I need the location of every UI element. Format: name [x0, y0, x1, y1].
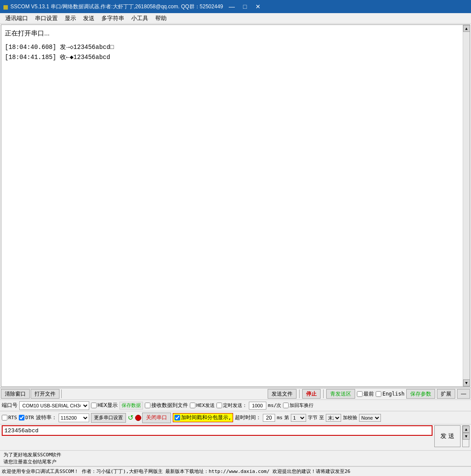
opening-text: 正在打开串口...: [5, 28, 459, 39]
last-label: 最前: [363, 390, 374, 398]
dtr-checkbox[interactable]: [19, 415, 24, 420]
return-newline-label[interactable]: 加回车换行: [283, 402, 314, 409]
baud-label: 波特率：: [36, 414, 57, 421]
output-line-recv: [18:04:41.185] 收←◆123456abcd: [5, 52, 459, 63]
menu-port-settings[interactable]: 串口设置: [31, 14, 61, 23]
rts-checkbox[interactable]: [2, 415, 7, 420]
to-label: 至: [319, 414, 324, 421]
check-label: 加校验: [343, 414, 357, 421]
close-button[interactable]: ✕: [252, 2, 264, 11]
hex-send-checkbox[interactable]: [190, 403, 195, 408]
clear-window-button[interactable]: 清除窗口: [1, 389, 30, 399]
menu-multi-string[interactable]: 多字符串: [98, 14, 128, 23]
menu-communications[interactable]: 通讯端口: [2, 14, 31, 23]
byte-select[interactable]: 1: [291, 414, 306, 422]
titlebar-title: SSCOM V5.13.1 串口/网络数据调试器,作者:大虾丁丁,2618058…: [10, 3, 223, 10]
hex-send-label[interactable]: HEX发送: [190, 402, 215, 409]
titlebar: ▦ SSCOM V5.13.1 串口/网络数据调试器,作者:大虾丁丁,26180…: [0, 0, 471, 13]
stop-button[interactable]: 停止: [302, 389, 321, 399]
output-wrapper: 正在打开串口... [18:04:40.608] 发→◇123456abcd□ …: [1, 24, 470, 387]
toolbar-right: 发送文件 停止 青发送区 最前 English 保存参数 扩展 —: [63, 389, 470, 399]
menu-tools[interactable]: 小工具: [128, 14, 152, 23]
output-content: 正在打开串口... [18:04:40.608] 发→◇123456abcd□ …: [1, 25, 463, 386]
send-input-area: [2, 425, 433, 447]
output-scrollbar[interactable]: ▲ ▼: [463, 25, 470, 386]
menubar: 通讯端口 串口设置 显示 发送 多字符串 小工具 帮助: [0, 13, 471, 24]
timed-send-label[interactable]: 定时发送：: [216, 402, 247, 409]
expand-button[interactable]: 扩展: [437, 389, 455, 399]
send-input[interactable]: [2, 425, 433, 436]
menu-send[interactable]: 发送: [80, 14, 98, 23]
rts-label[interactable]: RTS: [2, 415, 17, 420]
save-params-button[interactable]: 保存参数: [406, 389, 435, 399]
send-scrollbar[interactable]: ▲ ▼: [462, 425, 469, 447]
byte-label: 第: [284, 414, 289, 421]
timeout-label: 超时时间：: [235, 414, 261, 421]
english-checkbox-label[interactable]: English: [376, 391, 405, 397]
open-file-button[interactable]: 打开文件: [31, 389, 59, 399]
save-to-file-label[interactable]: 接收数据到文件: [145, 402, 188, 409]
hex-display-label[interactable]: HEX显示: [91, 402, 118, 409]
hex-display-checkbox[interactable]: [91, 403, 97, 408]
refresh-button[interactable]: ↺: [128, 413, 133, 422]
toolbar-row: 清除窗口 打开文件 发送文件 停止 青发送区 最前 English 保存参数 扩…: [0, 388, 471, 400]
timestamp-checkbox-container[interactable]: 加时间戳和分包显示,: [173, 413, 233, 422]
ms-label2: ms: [277, 415, 283, 420]
menu-help[interactable]: 帮助: [152, 14, 170, 23]
port-select[interactable]: COM10 USB-SERIAL CH340: [19, 401, 89, 410]
timed-send-text: 定时发送：: [223, 402, 247, 409]
toolbar-sep2: [299, 389, 300, 398]
minimize-button[interactable]: —: [226, 2, 238, 11]
send-scroll-down[interactable]: ▼: [463, 433, 470, 440]
last-checkbox[interactable]: [357, 391, 363, 397]
menu-display[interactable]: 显示: [61, 14, 80, 23]
port-number-label: 端口号: [2, 402, 17, 409]
port-row: 端口号 COM10 USB-SERIAL CH340 HEX显示 保存数据 接收…: [0, 400, 471, 411]
portctrl-row: RTS DTR 波特率： 115200 更多串口设置 ↺ 关闭串口 加时间戳和分…: [0, 411, 471, 424]
byte-unit: 字节: [308, 414, 317, 421]
titlebar-controls: — □ ✕: [226, 2, 264, 11]
led-icon: [135, 415, 141, 421]
maximize-button[interactable]: □: [239, 2, 251, 11]
scroll-track[interactable]: [463, 32, 470, 379]
send-row: 发 送 ▲ ▼: [0, 424, 471, 451]
scroll-up-btn[interactable]: ▲: [463, 25, 470, 32]
send-scroll-up[interactable]: ▲: [463, 426, 470, 433]
main-container: 正在打开串口... [18:04:40.608] 发→◇123456abcd□ …: [0, 24, 471, 476]
hex-send-text: HEX发送: [196, 402, 215, 409]
save-to-file-checkbox[interactable]: [145, 403, 150, 408]
minus-button[interactable]: —: [457, 389, 470, 399]
toolbar-sep3: [323, 389, 324, 398]
close-port-button[interactable]: 关闭串口: [142, 413, 171, 423]
timed-send-checkbox[interactable]: [216, 403, 222, 408]
timestamp-checkbox[interactable]: [174, 415, 180, 420]
close-port-area: 关闭串口: [135, 413, 171, 423]
dtr-label[interactable]: DTR: [19, 415, 34, 420]
last-checkbox-label[interactable]: 最前: [357, 390, 374, 398]
english-checkbox[interactable]: [376, 391, 381, 397]
scroll-down-btn[interactable]: ▼: [463, 379, 470, 386]
send-button[interactable]: 发 送: [434, 425, 461, 447]
welcome-row: 欢迎使用专业串口调试工具SSCOM！ 作者：习小猛(丁丁),大虾电子网版主 最新…: [0, 466, 471, 476]
output-line-send: [18:04:40.608] 发→◇123456abcd□: [5, 42, 459, 53]
timeout-input[interactable]: [263, 414, 275, 422]
promo-line2: 请您注册嘉立创结尾客户: [3, 459, 61, 465]
promo-line1: 为了更好地发展SSCOM软件: [3, 452, 61, 458]
baud-select[interactable]: 115200: [59, 413, 89, 422]
promo-row: 为了更好地发展SSCOM软件 请您注册嘉立创结尾客户: [0, 451, 471, 466]
ms-per-label: ms/次: [268, 402, 282, 409]
green-send-area-button[interactable]: 青发送区: [326, 389, 355, 399]
timed-send-input[interactable]: [249, 402, 266, 410]
return-newline-text: 加回车换行: [290, 402, 314, 409]
rts-text: RTS: [8, 415, 17, 420]
more-settings-button[interactable]: 更多串口设置: [91, 413, 126, 423]
send-input-spacer: [2, 437, 433, 447]
check-select[interactable]: None: [359, 414, 381, 422]
tail-select[interactable]: 末尾: [326, 414, 341, 422]
save-data-button[interactable]: 保存数据: [119, 402, 143, 410]
send-file-button[interactable]: 发送文件: [268, 389, 297, 399]
toolbar-sep1: [61, 389, 62, 398]
app-icon: ▦: [3, 3, 8, 11]
promo-text-area: 为了更好地发展SSCOM软件 请您注册嘉立创结尾客户: [3, 452, 61, 465]
return-newline-checkbox[interactable]: [283, 403, 289, 408]
